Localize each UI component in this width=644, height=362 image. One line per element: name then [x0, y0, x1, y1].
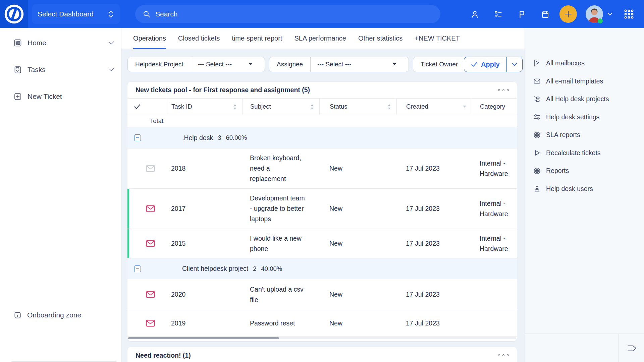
user-avatar[interactable]	[586, 5, 603, 23]
sort-icon	[233, 104, 237, 110]
column-header-task-id[interactable]: Task ID	[167, 99, 242, 115]
cell-task-id: 2018	[167, 148, 242, 188]
column-header-created[interactable]: Created	[396, 99, 472, 115]
sliders-icon	[533, 113, 541, 121]
select-all-header[interactable]	[127, 99, 167, 115]
cell-subject: I would like a new phone	[242, 229, 319, 258]
table-row[interactable]: 2018 Broken keyboard, need a replacement…	[127, 148, 517, 189]
todo-list-button[interactable]	[486, 10, 510, 19]
apply-button[interactable]: Apply	[464, 57, 506, 72]
cell-category: Internal - Hardware	[472, 148, 517, 188]
column-header-category[interactable]: Category	[472, 99, 517, 115]
cell-category	[472, 279, 517, 310]
menu-item-sla-reports[interactable]: SLA reports	[525, 126, 644, 144]
cell-created: 17 Jul 2023	[396, 229, 472, 258]
chevron-down-icon	[607, 12, 612, 16]
sidebar-item-new-ticket[interactable]: New Ticket	[0, 87, 121, 106]
panel-menu-button[interactable]	[498, 354, 509, 356]
calendar-button[interactable]	[533, 10, 557, 19]
sidebar-item-label: Onboarding zone	[27, 311, 81, 319]
total-label: Total:	[127, 117, 165, 125]
checklist-icon	[494, 10, 503, 19]
tab-other-statistics[interactable]: Other statistics	[358, 28, 402, 49]
table-row[interactable]: 2020 Can't upload a csv file New 17 Jul …	[127, 279, 517, 310]
menu-item-reports[interactable]: Reports	[525, 162, 644, 180]
logo-icon	[4, 4, 24, 24]
check-icon	[471, 62, 478, 67]
cell-task-id: 2015	[167, 229, 242, 258]
filter-helpdesk-project: Helpdesk Project --- Select ---	[127, 57, 265, 72]
right-sidebar-divider	[618, 334, 619, 362]
mailbox-flag-icon	[533, 59, 541, 67]
total-row: Total:	[127, 115, 517, 127]
filter-label: Helpdesk Project	[128, 61, 191, 68]
tab-sla-performance[interactable]: SLA performance	[294, 28, 346, 49]
filter-ticket-owner: Ticket Owner	[413, 57, 468, 72]
column-header-subject[interactable]: Subject	[242, 99, 319, 115]
filter-assignee: Assignee --- Select ---	[269, 57, 409, 72]
search-bar[interactable]	[135, 5, 440, 23]
sort-icon	[310, 104, 314, 110]
apps-menu-button[interactable]	[623, 8, 635, 20]
new-tickets-pool-panel: New tickets pool - for First response an…	[127, 82, 517, 341]
envelope-icon	[533, 77, 541, 85]
sidebar-item-onboarding[interactable]: Onboarding zone	[0, 306, 121, 324]
tab-time-spent-report[interactable]: time spent report	[232, 28, 282, 49]
table-scrollbar-track	[128, 337, 516, 339]
sidebar-item-tasks[interactable]: Tasks	[0, 60, 121, 79]
menu-item-email-templates[interactable]: All e-mail templates	[525, 72, 644, 90]
tab-closed-tickets[interactable]: Closed tickets	[178, 28, 220, 49]
cell-created: 17 Jul 2023	[396, 148, 472, 188]
search-input[interactable]	[155, 10, 433, 18]
right-sidebar-divider	[525, 334, 644, 334]
dashboard-icon	[13, 39, 22, 47]
collapse-group-button[interactable]	[134, 265, 141, 272]
table-row[interactable]: 2015 I would like a new phone New 17 Jul…	[127, 229, 517, 258]
menu-item-helpdesk-settings[interactable]: Help desk settings	[525, 108, 644, 126]
cell-status: New	[319, 310, 396, 336]
expand-panel-button[interactable]	[621, 340, 642, 357]
account-menu-button[interactable]	[607, 12, 612, 16]
assignee-select[interactable]: --- Select ---	[311, 61, 409, 68]
dropdown-caret-icon	[392, 63, 402, 66]
table-scrollbar-thumb[interactable]	[128, 337, 279, 339]
group-name: .Help desk	[182, 134, 213, 142]
menu-item-recalculate-tickets[interactable]: Recalculate tickets	[525, 144, 644, 162]
chevron-down-icon[interactable]	[108, 41, 115, 45]
menu-item-all-mailboxes[interactable]: All mailboxes	[525, 54, 644, 72]
project-select[interactable]: --- Select ---	[191, 61, 265, 68]
sidebar-item-label: Tasks	[28, 66, 46, 74]
table-row[interactable]: 2019 Password reset New 17 Jul 2023	[127, 310, 517, 337]
group-percent: 60.00%	[226, 134, 247, 141]
cell-created: 17 Jul 2023	[396, 189, 472, 229]
table-row[interactable]: 2017 Development team - upgrade to bette…	[127, 189, 517, 229]
envelope-read-icon	[146, 165, 155, 172]
profile-button[interactable]	[463, 10, 486, 19]
collapse-group-button[interactable]	[134, 134, 141, 141]
target-icon	[533, 167, 541, 175]
group-name: Client helpdesk project	[182, 265, 248, 273]
tab-operations[interactable]: Operations	[133, 28, 166, 49]
panel-title: New tickets pool - for First response an…	[136, 86, 310, 94]
plus-icon	[564, 9, 573, 19]
flags-button[interactable]	[510, 10, 533, 19]
add-new-button[interactable]	[559, 5, 577, 23]
panel-header: New tickets pool - for First response an…	[127, 82, 517, 99]
column-header-status[interactable]: Status	[319, 99, 396, 115]
cell-created: 17 Jul 2023	[396, 279, 472, 310]
tab-bar: Operations Closed tickets time spent rep…	[121, 28, 525, 49]
panel-menu-button[interactable]	[498, 89, 509, 91]
dashboard-selector[interactable]: Select Dashboard	[32, 4, 120, 24]
search-icon	[143, 10, 151, 18]
menu-item-helpdesk-projects[interactable]: All Help desk projects	[525, 90, 644, 108]
target-icon	[533, 131, 541, 139]
person-icon	[470, 10, 479, 19]
chevron-down-icon[interactable]	[108, 68, 115, 72]
tab-new-ticket[interactable]: +NEW TICKET	[415, 28, 460, 49]
app-logo[interactable]	[0, 0, 28, 28]
sidebar-item-home[interactable]: Home	[0, 34, 121, 52]
menu-item-helpdesk-users[interactable]: Help desk users	[525, 180, 644, 198]
group-row-client-helpdesk: Client helpdesk project 2 40.00%	[127, 258, 517, 279]
apply-options-button[interactable]	[506, 57, 522, 72]
select-value: --- Select ---	[317, 61, 351, 68]
